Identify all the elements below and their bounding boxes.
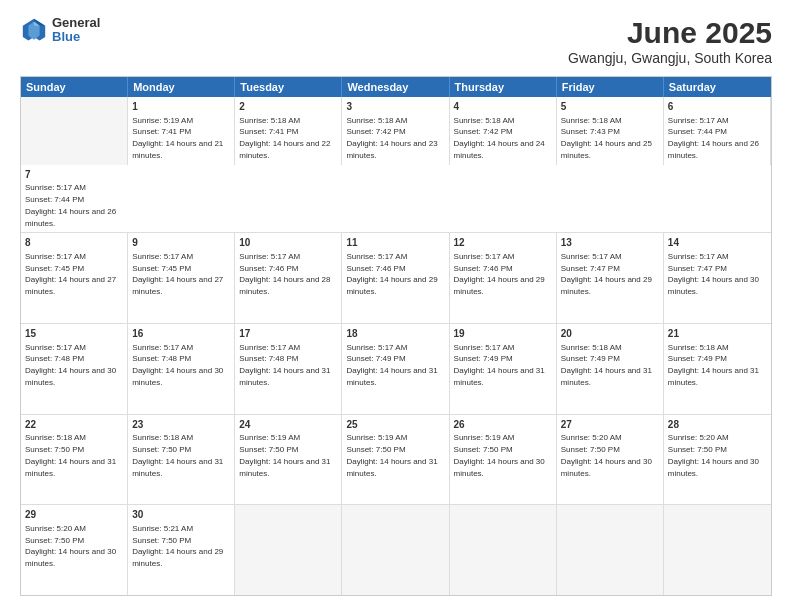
sunset: Sunset: 7:49 PM — [454, 354, 513, 363]
sunrise: Sunrise: 5:21 AM — [132, 524, 193, 533]
sunrise: Sunrise: 5:18 AM — [346, 116, 407, 125]
sunset: Sunset: 7:47 PM — [668, 264, 727, 273]
sunrise: Sunrise: 5:20 AM — [561, 433, 622, 442]
sunrise: Sunrise: 5:17 AM — [25, 183, 86, 192]
sunrise: Sunrise: 5:20 AM — [25, 524, 86, 533]
daylight: Daylight: 14 hours and 30 minutes. — [132, 366, 223, 387]
sunset: Sunset: 7:42 PM — [454, 127, 513, 136]
logo: General Blue — [20, 16, 100, 45]
sunset: Sunset: 7:50 PM — [132, 536, 191, 545]
daylight: Daylight: 14 hours and 31 minutes. — [668, 366, 759, 387]
day-number: 12 — [454, 236, 552, 250]
daylight: Daylight: 14 hours and 22 minutes. — [239, 139, 330, 160]
day-number: 13 — [561, 236, 659, 250]
calendar-row: 29Sunrise: 5:20 AMSunset: 7:50 PMDayligh… — [21, 505, 771, 595]
daylight: Daylight: 14 hours and 31 minutes. — [132, 457, 223, 478]
day-number: 5 — [561, 100, 659, 114]
logo-icon — [20, 16, 48, 44]
calendar-cell — [235, 505, 342, 595]
sunset: Sunset: 7:50 PM — [132, 445, 191, 454]
calendar: SundayMondayTuesdayWednesdayThursdayFrid… — [20, 76, 772, 596]
calendar-row: 15Sunrise: 5:17 AMSunset: 7:48 PMDayligh… — [21, 324, 771, 415]
daylight: Daylight: 14 hours and 30 minutes. — [25, 366, 116, 387]
sunset: Sunset: 7:50 PM — [346, 445, 405, 454]
sunrise: Sunrise: 5:18 AM — [239, 116, 300, 125]
calendar-cell: 5Sunrise: 5:18 AMSunset: 7:43 PMDaylight… — [557, 97, 664, 165]
calendar-header: SundayMondayTuesdayWednesdayThursdayFrid… — [21, 77, 771, 97]
calendar-cell: 24Sunrise: 5:19 AMSunset: 7:50 PMDayligh… — [235, 415, 342, 505]
sunrise: Sunrise: 5:17 AM — [668, 116, 729, 125]
calendar-cell — [664, 505, 771, 595]
sunrise: Sunrise: 5:18 AM — [668, 343, 729, 352]
sunrise: Sunrise: 5:17 AM — [454, 343, 515, 352]
day-number: 27 — [561, 418, 659, 432]
daylight: Daylight: 14 hours and 23 minutes. — [346, 139, 437, 160]
day-number: 14 — [668, 236, 767, 250]
daylight: Daylight: 14 hours and 21 minutes. — [132, 139, 223, 160]
calendar-cell: 21Sunrise: 5:18 AMSunset: 7:49 PMDayligh… — [664, 324, 771, 414]
calendar-cell: 18Sunrise: 5:17 AMSunset: 7:49 PMDayligh… — [342, 324, 449, 414]
sunrise: Sunrise: 5:19 AM — [454, 433, 515, 442]
daylight: Daylight: 14 hours and 30 minutes. — [561, 457, 652, 478]
logo-general: General — [52, 16, 100, 30]
sunset: Sunset: 7:50 PM — [239, 445, 298, 454]
daylight: Daylight: 14 hours and 30 minutes. — [668, 275, 759, 296]
sunset: Sunset: 7:41 PM — [132, 127, 191, 136]
sunrise: Sunrise: 5:17 AM — [132, 343, 193, 352]
calendar-cell: 14Sunrise: 5:17 AMSunset: 7:47 PMDayligh… — [664, 233, 771, 323]
calendar-header-cell: Saturday — [664, 77, 771, 97]
sunset: Sunset: 7:50 PM — [561, 445, 620, 454]
sunset: Sunset: 7:44 PM — [668, 127, 727, 136]
daylight: Daylight: 14 hours and 30 minutes. — [25, 547, 116, 568]
calendar-cell — [342, 505, 449, 595]
calendar-cell: 6Sunrise: 5:17 AMSunset: 7:44 PMDaylight… — [664, 97, 771, 165]
day-number: 10 — [239, 236, 337, 250]
day-number: 26 — [454, 418, 552, 432]
calendar-body: 1Sunrise: 5:19 AMSunset: 7:41 PMDaylight… — [21, 97, 771, 595]
calendar-cell — [21, 97, 128, 165]
calendar-cell: 16Sunrise: 5:17 AMSunset: 7:48 PMDayligh… — [128, 324, 235, 414]
day-number: 30 — [132, 508, 230, 522]
day-number: 2 — [239, 100, 337, 114]
logo-blue: Blue — [52, 30, 100, 44]
daylight: Daylight: 14 hours and 31 minutes. — [454, 366, 545, 387]
calendar-header-cell: Sunday — [21, 77, 128, 97]
daylight: Daylight: 14 hours and 24 minutes. — [454, 139, 545, 160]
daylight: Daylight: 14 hours and 30 minutes. — [454, 457, 545, 478]
calendar-cell: 4Sunrise: 5:18 AMSunset: 7:42 PMDaylight… — [450, 97, 557, 165]
page: General Blue June 2025 Gwangju, Gwangju,… — [0, 0, 792, 612]
calendar-cell: 17Sunrise: 5:17 AMSunset: 7:48 PMDayligh… — [235, 324, 342, 414]
day-number: 17 — [239, 327, 337, 341]
calendar-cell: 2Sunrise: 5:18 AMSunset: 7:41 PMDaylight… — [235, 97, 342, 165]
sunset: Sunset: 7:45 PM — [132, 264, 191, 273]
calendar-cell: 1Sunrise: 5:19 AMSunset: 7:41 PMDaylight… — [128, 97, 235, 165]
calendar-cell: 10Sunrise: 5:17 AMSunset: 7:46 PMDayligh… — [235, 233, 342, 323]
sunset: Sunset: 7:50 PM — [668, 445, 727, 454]
day-number: 7 — [25, 168, 124, 182]
day-number: 8 — [25, 236, 123, 250]
day-number: 9 — [132, 236, 230, 250]
sunset: Sunset: 7:49 PM — [561, 354, 620, 363]
sunset: Sunset: 7:50 PM — [25, 445, 84, 454]
calendar-cell: 22Sunrise: 5:18 AMSunset: 7:50 PMDayligh… — [21, 415, 128, 505]
calendar-cell — [450, 505, 557, 595]
calendar-cell: 11Sunrise: 5:17 AMSunset: 7:46 PMDayligh… — [342, 233, 449, 323]
daylight: Daylight: 14 hours and 25 minutes. — [561, 139, 652, 160]
sunrise: Sunrise: 5:20 AM — [668, 433, 729, 442]
sunrise: Sunrise: 5:17 AM — [132, 252, 193, 261]
main-title: June 2025 — [568, 16, 772, 50]
sunset: Sunset: 7:48 PM — [239, 354, 298, 363]
sunrise: Sunrise: 5:19 AM — [132, 116, 193, 125]
sunset: Sunset: 7:49 PM — [668, 354, 727, 363]
calendar-header-cell: Monday — [128, 77, 235, 97]
daylight: Daylight: 14 hours and 30 minutes. — [668, 457, 759, 478]
daylight: Daylight: 14 hours and 31 minutes. — [346, 457, 437, 478]
daylight: Daylight: 14 hours and 29 minutes. — [561, 275, 652, 296]
daylight: Daylight: 14 hours and 26 minutes. — [668, 139, 759, 160]
calendar-header-cell: Thursday — [450, 77, 557, 97]
day-number: 16 — [132, 327, 230, 341]
day-number: 22 — [25, 418, 123, 432]
sunset: Sunset: 7:46 PM — [454, 264, 513, 273]
title-block: June 2025 Gwangju, Gwangju, South Korea — [568, 16, 772, 66]
sunrise: Sunrise: 5:17 AM — [346, 343, 407, 352]
